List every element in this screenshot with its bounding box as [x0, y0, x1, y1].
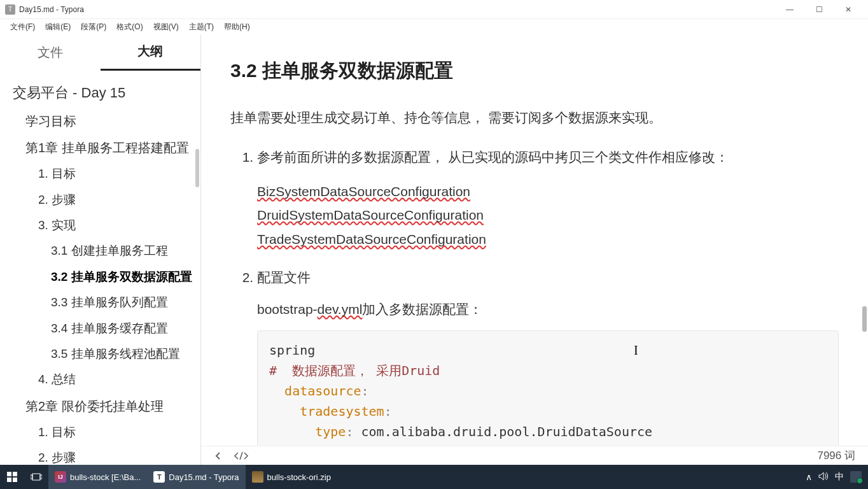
scrollbar-thumb[interactable] [195, 149, 199, 187]
svg-rect-6 [40, 475, 42, 479]
code-key: type [315, 424, 346, 439]
svg-rect-5 [31, 475, 32, 479]
list-item-text[interactable]: 参考前面所讲的多数据源配置， 从已实现的源码中拷贝三个类文件作相应修改： [257, 150, 729, 164]
code-key: datasource [284, 383, 361, 399]
sidebar: 文件 大纲 交易平台 - Day 15 学习目标 第1章 挂单服务工程搭建配置 … [0, 34, 201, 465]
list-item[interactable]: 配置文件 bootstrap-dev.yml加入多数据源配置： I spring… [257, 266, 839, 446]
menu-para[interactable]: 段落(P) [76, 22, 111, 32]
archive-icon [252, 471, 263, 483]
outline-item[interactable]: 3.5 挂单服务线程池配置 [13, 341, 200, 367]
titlebar: T Day15.md - Typora — ☐ ✕ [0, 0, 868, 19]
notifications-icon[interactable] [850, 471, 862, 483]
taskbar-label: Day15.md - Typora [169, 472, 239, 482]
code-key: driver-class-name [315, 444, 445, 446]
volume-icon[interactable] [818, 472, 829, 483]
svg-rect-0 [7, 472, 11, 476]
outline-item-active[interactable]: 3.2 挂单服务双数据源配置 [13, 264, 200, 290]
code-comment: # 数据源配置， 采用Druid [269, 363, 440, 378]
scrollbar-thumb[interactable] [862, 306, 867, 332]
code-val: com.alibaba.druid.pool.DruidDataSource [361, 424, 653, 439]
typora-icon: T [153, 471, 165, 483]
close-button[interactable]: ✕ [834, 0, 863, 19]
task-view-button[interactable] [24, 465, 48, 489]
sidebar-tabs: 文件 大纲 [0, 34, 200, 70]
window-title: Day15.md - Typora [19, 5, 775, 14]
outline-item[interactable]: 学习目标 [13, 108, 200, 134]
svg-rect-2 [7, 478, 11, 482]
code-val: org.postgresql.Driver [461, 444, 622, 446]
outline-item[interactable]: 1. 目标 [13, 161, 200, 187]
taskbar-app-typora[interactable]: T Day15.md - Typora [147, 465, 245, 489]
word-count[interactable]: 7996 词 [817, 448, 855, 463]
outline-item[interactable]: 第1章 挂单服务工程搭建配置 [13, 134, 200, 161]
svg-rect-4 [32, 474, 40, 480]
windows-icon [6, 471, 18, 483]
editor-content[interactable]: 3.2 挂单服务双数据源配置 挂单需要处理生成交易订单、持仓等信息， 需要订阅多… [201, 34, 868, 446]
outline-item[interactable]: 1. 目标 [13, 420, 200, 445]
taskbar-label: bulls-stock [E:\Ba... [70, 472, 141, 482]
taskbar-app-archive[interactable]: bulls-stock-ori.zip [246, 465, 337, 489]
outline-item[interactable]: 3.1 创建挂单服务工程 [13, 238, 200, 264]
class-name-link[interactable]: BizSystemDataSourceConfiguration [257, 184, 470, 199]
code-key: tradesystem [300, 404, 384, 419]
minimize-button[interactable]: — [775, 0, 804, 19]
text[interactable]: bootstrap- [257, 302, 318, 316]
ime-indicator[interactable]: 中 [835, 471, 844, 483]
taskbar-app-intellij[interactable]: IJ bulls-stock [E:\Ba... [48, 465, 147, 489]
system-tray: ∧ 中 [799, 471, 868, 483]
taskbar-label: bulls-stock-ori.zip [267, 472, 331, 482]
heading-h2[interactable]: 3.2 挂单服务双数据源配置 [230, 53, 839, 88]
back-icon[interactable] [214, 450, 223, 462]
app-icon: T [5, 4, 15, 15]
intellij-icon: IJ [55, 471, 66, 483]
code-block[interactable]: I spring # 数据源配置， 采用Druid datasource: tr… [257, 330, 839, 446]
code-mode-icon[interactable] [234, 450, 248, 462]
window-controls: — ☐ ✕ [775, 0, 863, 19]
paragraph[interactable]: 挂单需要处理生成交易订单、持仓等信息， 需要订阅多个数据源来实现。 [230, 106, 839, 130]
menubar: 文件(F) 编辑(E) 段落(P) 格式(O) 视图(V) 主题(T) 帮助(H… [0, 19, 868, 34]
start-button[interactable] [0, 465, 24, 489]
taskbar: IJ bulls-stock [E:\Ba... T Day15.md - Ty… [0, 465, 868, 489]
menu-view[interactable]: 视图(V) [148, 22, 184, 32]
outline-item[interactable]: 2. 步骤 [13, 187, 200, 213]
menu-theme[interactable]: 主题(T) [184, 22, 219, 32]
taskview-icon [31, 471, 42, 483]
class-name-link[interactable]: TradeSystemDataSourceConfiguration [257, 232, 486, 246]
outline-item[interactable]: 4. 总结 [13, 367, 200, 392]
menu-edit[interactable]: 编辑(E) [40, 22, 76, 32]
menu-file[interactable]: 文件(F) [5, 22, 40, 32]
outline[interactable]: 交易平台 - Day 15 学习目标 第1章 挂单服务工程搭建配置 1. 目标 … [0, 70, 200, 465]
outline-item[interactable]: 2. 步骤 [13, 445, 200, 465]
outline-item[interactable]: 3.3 挂单服务队列配置 [13, 290, 200, 315]
menu-help[interactable]: 帮助(H) [219, 22, 255, 32]
outline-item[interactable]: 3. 实现 [13, 213, 200, 238]
svg-rect-3 [13, 478, 17, 482]
list-item[interactable]: 参考前面所讲的多数据源配置， 从已实现的源码中拷贝三个类文件作相应修改： Biz… [257, 145, 839, 252]
menu-format[interactable]: 格式(O) [111, 22, 148, 32]
content-wrap: 3.2 挂单服务双数据源配置 挂单需要处理生成交易订单、持仓等信息， 需要订阅多… [201, 34, 868, 465]
class-name-link[interactable]: DruidSystemDataSourceConfiguration [257, 208, 484, 222]
statusbar: 7996 词 [201, 446, 868, 465]
outline-item[interactable]: 3.4 挂单服务缓存配置 [13, 316, 200, 341]
text[interactable]: 加入多数据源配置： [362, 302, 482, 316]
list-item-text[interactable]: 配置文件 [257, 270, 311, 285]
maximize-button[interactable]: ☐ [804, 0, 834, 19]
tray-overflow-icon[interactable]: ∧ [806, 472, 812, 482]
outline-item[interactable]: 交易平台 - Day 15 [13, 78, 200, 108]
text-cursor-icon: I [634, 340, 634, 355]
tab-outline[interactable]: 大纲 [101, 34, 201, 71]
code-token: spring [269, 343, 315, 358]
outline-item[interactable]: 第2章 限价委托挂单处理 [13, 393, 200, 420]
tab-file[interactable]: 文件 [0, 35, 101, 70]
svg-rect-1 [13, 472, 17, 476]
filename[interactable]: dev.yml [318, 302, 363, 316]
